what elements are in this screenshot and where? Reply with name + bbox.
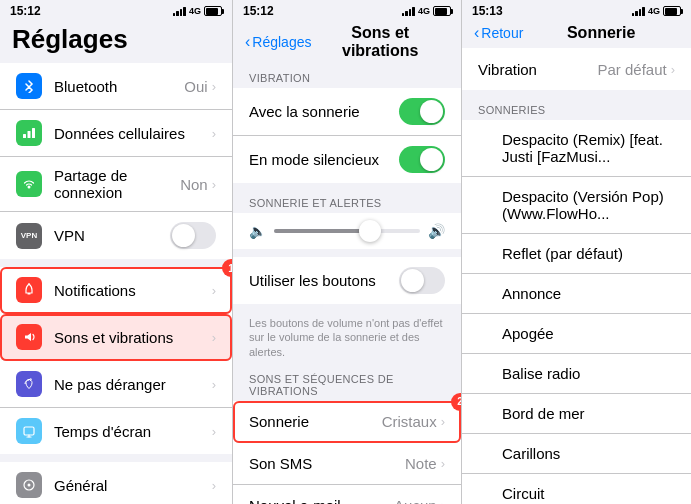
vibration-silent-toggle[interactable] (399, 146, 445, 173)
use-volume-item[interactable]: Utiliser les boutons (233, 257, 461, 304)
ringtone-label: Reflet (par défaut) (502, 245, 675, 262)
email-label: Nouvel e-mail (249, 497, 394, 504)
hotspot-icon (16, 171, 42, 197)
panel-sonnerie: 15:13 4G ‹ Retour Sonnerie Vibration Par… (462, 0, 691, 504)
chevron-icon: › (212, 377, 216, 392)
time-3: 15:13 (472, 4, 503, 18)
back-label-3: Retour (481, 25, 523, 41)
ringtone-bord-mer[interactable]: Bord de mer (462, 394, 691, 434)
bluetooth-item[interactable]: Bluetooth Oui › (0, 63, 232, 110)
panel-sons: 15:12 4G ‹ Réglages Sons et vibrations V… (233, 0, 462, 504)
chevron-icon: › (441, 498, 445, 504)
chevron-icon: › (671, 62, 675, 77)
vibration-row[interactable]: Vibration Par défaut › (462, 48, 691, 90)
panel-reglages: 15:12 4G Réglages Bluetooth Oui › (0, 0, 233, 504)
volume-low-icon: 🔈 (249, 223, 266, 239)
general-item[interactable]: Général › (0, 462, 232, 504)
cellular-icon (16, 120, 42, 146)
ringtone-label: Despacito (Versión Pop) (Www.FlowHo... (502, 188, 675, 222)
vibration-silent-item[interactable]: En mode silencieux (233, 136, 461, 183)
ringtone-reflet[interactable]: Reflet (par défaut) (462, 234, 691, 274)
svg-point-5 (28, 283, 30, 285)
signal-icon (173, 6, 186, 16)
badge-2: 2 (451, 393, 461, 411)
chevron-icon: › (441, 414, 445, 429)
nav-bar-2: ‹ Réglages Sons et vibrations (233, 20, 461, 66)
sms-value: Note (405, 455, 437, 472)
ringtone-carillons[interactable]: Carillons (462, 434, 691, 474)
sms-label: Son SMS (249, 455, 405, 472)
status-bar-3: 15:13 4G (462, 0, 691, 20)
sonnerie-item[interactable]: 2 Sonnerie Cristaux › (233, 401, 461, 443)
ringtone-label: Circuit (502, 485, 675, 502)
nav-title-3: Sonnerie (523, 24, 679, 42)
cellular-item[interactable]: Données cellulaires › (0, 110, 232, 157)
ringtone-despacito-pop[interactable]: Despacito (Versión Pop) (Www.FlowHo... (462, 177, 691, 234)
sounds-item[interactable]: Sons et vibrations › (0, 314, 232, 361)
sons-sequences-header: SONS ET SÉQUENCES DE VIBRATIONS (233, 367, 461, 401)
dnd-item[interactable]: Ne pas déranger › (0, 361, 232, 408)
settings-list: Bluetooth Oui › Données cellulaires › Pa… (0, 63, 232, 504)
vibration-sonnerie-toggle[interactable] (399, 98, 445, 125)
chevron-icon: › (212, 283, 216, 298)
ringtone-label: Despacito (Remix) [feat. Justi [FazMusi.… (502, 131, 675, 165)
ringtone-label: Balise radio (502, 365, 675, 382)
vibration-section: Avec la sonnerie En mode silencieux (233, 88, 461, 183)
vibration-sonnerie-item[interactable]: Avec la sonnerie (233, 88, 461, 136)
hotspot-value: Non (180, 176, 208, 193)
svg-rect-0 (23, 134, 26, 138)
email-value: Aucun (394, 497, 437, 504)
ringtone-label: Apogée (502, 325, 675, 342)
back-label-2: Réglages (252, 34, 311, 50)
vpn-label: VPN (54, 227, 170, 244)
sounds-label: Sons et vibrations (54, 329, 212, 346)
time-2: 15:12 (243, 4, 274, 18)
vpn-item[interactable]: VPN VPN (0, 212, 232, 259)
screentime-item[interactable]: Temps d'écran › (0, 408, 232, 454)
back-button-3[interactable]: ‹ Retour (474, 24, 523, 42)
ringtone-balise[interactable]: Balise radio (462, 354, 691, 394)
ringtone-despacito-remix[interactable]: Despacito (Remix) [feat. Justi [FazMusi.… (462, 120, 691, 177)
use-volume-label: Utiliser les boutons (249, 272, 399, 289)
badge-1: 1 (222, 259, 232, 277)
sms-item[interactable]: Son SMS Note › (233, 443, 461, 485)
email-item[interactable]: Nouvel e-mail Aucun › (233, 485, 461, 504)
screentime-label: Temps d'écran (54, 423, 212, 440)
screentime-icon (16, 418, 42, 444)
svg-point-3 (28, 186, 31, 189)
ringtone-label: Annonce (502, 285, 675, 302)
ringtone-label: Carillons (502, 445, 675, 462)
sounds-content: VIBRATION Avec la sonnerie En mode silen… (233, 66, 461, 504)
signal-icon-3 (632, 6, 645, 16)
battery-icon (204, 6, 222, 16)
hotspot-item[interactable]: Partage de connexion Non › (0, 157, 232, 212)
chevron-icon: › (212, 330, 216, 345)
svg-rect-2 (32, 128, 35, 138)
svg-rect-1 (28, 131, 31, 138)
bluetooth-icon (16, 73, 42, 99)
ringtone-apogee[interactable]: Apogée (462, 314, 691, 354)
lte-2: 4G (418, 6, 430, 16)
ringtone-circuit[interactable]: Circuit (462, 474, 691, 504)
volume-slider[interactable] (274, 229, 420, 233)
ringtones-list: Despacito (Remix) [feat. Justi [FazMusi.… (462, 120, 691, 504)
volume-hint: Les boutons de volume n'ont pas d'effet … (233, 312, 461, 367)
vpn-toggle[interactable] (170, 222, 216, 249)
sonneries-header: SONNERIES (462, 98, 691, 120)
notifications-item[interactable]: 1 Notifications › (0, 267, 232, 314)
chevron-icon: › (212, 126, 216, 141)
signal-icon-2 (402, 6, 415, 16)
back-chevron-3: ‹ (474, 24, 479, 42)
sonnerie-content: Vibration Par défaut › SONNERIES Despaci… (462, 48, 691, 504)
status-icons-3: 4G (632, 6, 681, 16)
sonnerie-header: SONNERIE ET ALERTES (233, 191, 461, 213)
lte-badge: 4G (189, 6, 201, 16)
notifications-section: 1 Notifications › Sons et vibrations › (0, 267, 232, 454)
use-volume-toggle[interactable] (399, 267, 445, 294)
lte-3: 4G (648, 6, 660, 16)
back-button-2[interactable]: ‹ Réglages (245, 33, 311, 51)
ringtone-annonce[interactable]: Annonce (462, 274, 691, 314)
ring-items-section: 2 Sonnerie Cristaux › Son SMS Note › Nou… (233, 401, 461, 504)
notifications-label: Notifications (54, 282, 212, 299)
chevron-icon: › (212, 79, 216, 94)
